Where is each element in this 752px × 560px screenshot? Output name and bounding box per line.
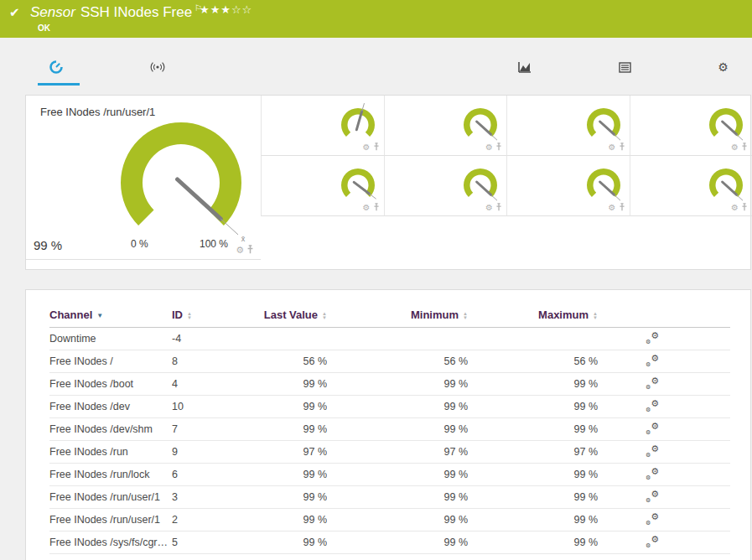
last-value: 99 %: [222, 486, 327, 509]
channel-id: 6: [172, 464, 222, 486]
channel-name: Free INodes /run/user/1: [49, 486, 172, 509]
minimum-value: 99 %: [327, 396, 468, 418]
column-header-label: Last Value: [264, 309, 318, 321]
maximum-value: 56 %: [468, 350, 598, 373]
maximum-value: 99 %: [468, 373, 598, 396]
gear-icon[interactable]: ⚙: [609, 203, 616, 212]
tab-days[interactable]: [329, 49, 359, 86]
tab-overview[interactable]: [38, 49, 80, 86]
column-header-last-value[interactable]: Last Value▲ ▼: [222, 309, 327, 328]
sensor-type-label: Sensor: [30, 4, 75, 20]
edit-channel-gears-icon[interactable]: ⚙⚙: [646, 377, 659, 389]
pin-icon[interactable]: [246, 242, 254, 257]
column-header-maximum[interactable]: Maximum▲ ▼: [468, 309, 598, 328]
gear-icon[interactable]: ⚙: [731, 143, 739, 152]
small-gauge-actions: ⚙: [609, 200, 625, 215]
sort-icon: ▲ ▼: [322, 312, 327, 320]
gear-icon[interactable]: ⚙: [363, 203, 371, 212]
table-row: Free INodes /856 %56 %56 %⚙⚙: [49, 350, 730, 373]
channel-id: 8: [172, 350, 222, 373]
last-value: 99 %: [222, 531, 327, 554]
maximum-value: 99 %: [468, 396, 598, 418]
pin-icon[interactable]: [373, 139, 380, 154]
maximum-value: [468, 328, 598, 350]
edit-channel-gears-icon[interactable]: ⚙⚙: [646, 536, 659, 547]
pin-icon[interactable]: [741, 200, 748, 215]
last-value: 99 %: [222, 396, 327, 418]
channel-id: 9: [172, 441, 222, 464]
pin-icon[interactable]: [741, 139, 748, 154]
log-icon: [619, 62, 631, 73]
tab-settings[interactable]: ⚙: [706, 49, 745, 86]
channel-id: 7: [172, 418, 222, 441]
gear-icon[interactable]: ⚙: [485, 143, 493, 152]
tab-historic-data[interactable]: [506, 49, 548, 86]
column-header-id[interactable]: ID▲ ▼: [172, 309, 222, 328]
channel-name: Free INodes /run: [49, 441, 172, 464]
last-value: 99 %: [222, 464, 327, 486]
channel-table-panel: Channel▼ID▲ ▼Last Value▲ ▼Minimum▲ ▼Maxi…: [25, 289, 751, 560]
gauge-chart: [703, 165, 747, 204]
edit-channel-gears-icon[interactable]: ⚙⚙: [646, 332, 659, 344]
table-header-row: Channel▼ID▲ ▼Last Value▲ ▼Minimum▲ ▼Maxi…: [49, 309, 730, 328]
channel-id: 4: [172, 373, 222, 396]
gear-icon[interactable]: ⚙: [363, 143, 371, 152]
edit-channel-gears-icon[interactable]: ⚙⚙: [646, 400, 659, 412]
gauge-chart: [581, 105, 625, 143]
small-gauge-cell: ⚙: [261, 96, 384, 156]
minimum-value: 56 %: [327, 350, 468, 373]
minimum-value: 99 %: [327, 509, 468, 531]
gear-icon: ⚙: [718, 60, 729, 74]
edit-channel-gears-icon[interactable]: ⚙⚙: [646, 355, 659, 366]
gear-icon[interactable]: ⚙: [236, 245, 244, 256]
pin-icon[interactable]: [495, 200, 502, 215]
small-gauge-cell: ⚙: [506, 156, 630, 216]
priority-stars[interactable]: ★★★☆☆: [200, 3, 252, 16]
gear-icon[interactable]: ⚙: [731, 203, 739, 212]
tab-bar: ⚙: [0, 49, 752, 86]
small-gauge-cell: ⚙: [506, 96, 630, 156]
column-header-channel[interactable]: Channel▼: [49, 309, 172, 328]
minimum-value: 99 %: [327, 464, 468, 486]
maximum-value: 99 %: [468, 464, 598, 486]
tab-days[interactable]: [241, 49, 271, 86]
channel-id: 10: [172, 396, 222, 418]
main-gauge-min-label: 0 %: [131, 238, 148, 250]
small-gauge-actions: ⚙: [731, 139, 748, 154]
pin-icon[interactable]: [619, 139, 625, 154]
table-row: Free INodes /sys/fs/cgr…599 %99 %99 %⚙⚙: [49, 531, 730, 554]
check-icon: ✔: [9, 5, 20, 20]
edit-channel-gears-icon[interactable]: ⚙⚙: [646, 468, 659, 480]
sort-desc-icon: ▼: [96, 312, 103, 319]
edit-channel-gears-icon[interactable]: ⚙⚙: [646, 423, 659, 434]
last-value: 99 %: [222, 373, 327, 396]
maximum-value: 97 %: [468, 441, 598, 464]
pin-icon[interactable]: [619, 200, 625, 215]
channel-id: 5: [172, 531, 222, 554]
edit-channel-gears-icon[interactable]: ⚙⚙: [646, 513, 659, 525]
column-header-minimum[interactable]: Minimum▲ ▼: [327, 309, 468, 328]
small-gauge-actions: ⚙: [363, 200, 380, 215]
tab-live-data[interactable]: [138, 49, 182, 86]
channel-name: Downtime: [49, 328, 172, 350]
gauge-chart: [703, 105, 747, 143]
channel-name: Free INodes /run/lock: [49, 464, 172, 486]
pin-icon[interactable]: [495, 139, 502, 154]
gear-icon[interactable]: ⚙: [609, 143, 616, 152]
channel-name: Free INodes /dev: [49, 396, 172, 418]
tab-log[interactable]: [607, 49, 648, 86]
table-row: Free INodes /run/user/1399 %99 %99 %⚙⚙: [49, 486, 730, 509]
small-gauge-actions: ⚙: [731, 200, 748, 215]
broadcast-icon: [150, 61, 165, 73]
tab-days[interactable]: [417, 49, 448, 86]
small-gauges-grid: ⚙⚙⚙⚙⚙⚙⚙⚙: [261, 96, 752, 216]
edit-channel-gears-icon[interactable]: ⚙⚙: [646, 445, 659, 457]
gauge-chart: [335, 165, 379, 204]
edit-channel-gears-icon[interactable]: ⚙⚙: [646, 490, 659, 502]
gauges-panel: Free INodes /run/user/1 x̄ 99 % 0 % 100 …: [25, 95, 751, 270]
gear-icon[interactable]: ⚙: [485, 203, 493, 212]
small-gauge-cell: ⚙: [261, 156, 384, 216]
minimum-value: 99 %: [327, 531, 468, 554]
pin-icon[interactable]: [373, 200, 380, 215]
gauge-chart: [581, 165, 625, 204]
